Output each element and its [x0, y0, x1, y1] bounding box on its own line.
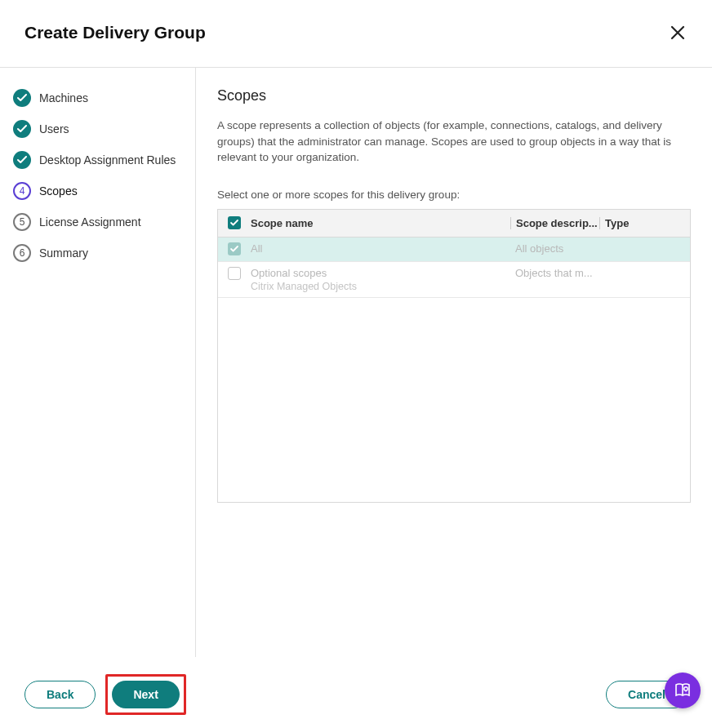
panel-instruction: Select one or more scopes for this deliv…: [217, 189, 691, 201]
step-number-icon: 6: [13, 244, 31, 262]
panel-description: A scope represents a collection of objec…: [217, 118, 691, 166]
close-icon: [670, 25, 685, 40]
svg-point-0: [684, 687, 688, 690]
row-checkbox: [228, 242, 241, 255]
step-users[interactable]: Users: [10, 113, 185, 144]
scopes-table: Scope name Scope descrip... Type All All…: [217, 209, 691, 503]
step-number-icon: 5: [13, 213, 31, 231]
table-header-row: Scope name Scope descrip... Type: [218, 210, 690, 237]
step-label: License Assignment: [39, 215, 141, 229]
back-button[interactable]: Back: [24, 681, 96, 708]
step-label: Users: [39, 122, 69, 135]
dialog-title: Create Delivery Group: [24, 23, 206, 42]
row-name-text: Optional scopes: [251, 267, 510, 279]
help-fab-button[interactable]: [665, 673, 701, 708]
row-checkbox[interactable]: [228, 267, 241, 280]
check-icon: [13, 151, 31, 169]
table-row[interactable]: All All objects: [218, 237, 690, 262]
row-subtext: Citrix Managed Objects: [251, 281, 510, 292]
row-name-text: All: [251, 242, 510, 255]
column-header-type[interactable]: Type: [600, 217, 690, 229]
column-header-name[interactable]: Scope name: [251, 217, 510, 229]
step-desktop-assignment-rules[interactable]: Desktop Assignment Rules: [10, 144, 185, 175]
step-label: Summary: [39, 246, 88, 260]
table-row[interactable]: Optional scopes Citrix Managed Objects O…: [218, 262, 690, 298]
step-summary[interactable]: 6 Summary: [10, 237, 185, 269]
step-label: Machines: [39, 91, 88, 104]
step-label: Desktop Assignment Rules: [39, 153, 176, 166]
lightbulb-book-icon: [673, 681, 692, 700]
step-machines[interactable]: Machines: [10, 82, 185, 113]
next-button-highlight: Next: [105, 674, 185, 715]
wizard-steps-sidebar: Machines Users Desktop Assignment Rules …: [0, 68, 196, 657]
dialog-footer: Back Next Cancel: [0, 661, 712, 728]
next-button[interactable]: Next: [112, 681, 179, 708]
select-all-checkbox[interactable]: [228, 216, 241, 229]
dialog-body: Machines Users Desktop Assignment Rules …: [0, 68, 712, 657]
step-scopes[interactable]: 4 Scopes: [10, 175, 185, 206]
panel-heading: Scopes: [217, 87, 691, 104]
check-icon: [13, 120, 31, 138]
main-panel: Scopes A scope represents a collection o…: [196, 68, 712, 657]
row-desc-text: All objects: [510, 242, 600, 255]
check-icon: [13, 89, 31, 107]
close-button[interactable]: [668, 23, 688, 42]
step-number-icon: 4: [13, 182, 31, 200]
column-header-description[interactable]: Scope descrip...: [510, 217, 600, 229]
step-license-assignment[interactable]: 5 License Assignment: [10, 206, 185, 237]
dialog-header: Create Delivery Group: [0, 0, 712, 68]
step-label: Scopes: [39, 184, 78, 198]
row-desc-text: Objects that m...: [510, 267, 600, 279]
